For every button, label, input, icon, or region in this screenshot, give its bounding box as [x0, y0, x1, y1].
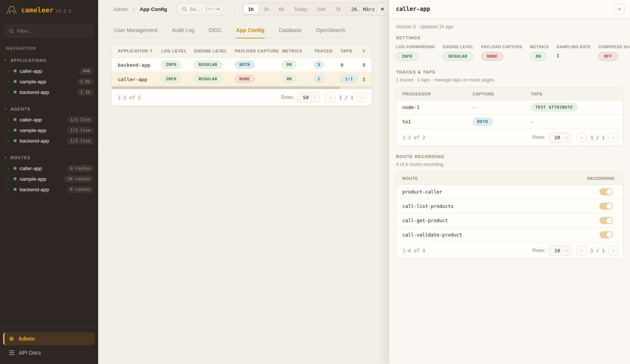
chevron-right-icon: › — [8, 117, 11, 122]
chevron-right-icon: › — [8, 79, 11, 84]
scrollbar-thumb[interactable] — [112, 86, 340, 89]
item-label: backend-app — [20, 187, 64, 192]
recording-toggle[interactable] — [599, 188, 613, 195]
sidebar-item-api-docs[interactable]: API Docs — [2, 347, 96, 359]
traces-header-row: PROCESSORCAPTURETAPS — [396, 88, 623, 100]
column-header-log-level[interactable]: LOG LEVEL — [155, 49, 188, 53]
sidebar-item-admin[interactable]: ⚙ Admin — [3, 332, 95, 345]
cell-log-level: INFO — [155, 61, 188, 69]
horizontal-scrollbar[interactable] — [112, 86, 371, 89]
column-header-taps[interactable]: TAPS — [334, 49, 356, 53]
toggle-knob-icon — [607, 232, 612, 238]
rows-per-page-select[interactable]: 50 ▾ — [297, 92, 320, 103]
section-label: APPLICATIONS — [11, 58, 46, 63]
time-range-6h[interactable]: 6h — [274, 5, 289, 14]
brand-name: cameleer — [21, 6, 54, 14]
rows-per-page-select[interactable]: 10 ▾ — [548, 132, 571, 143]
routes-row-call-validate-product: call-validate-product — [396, 228, 623, 242]
column-header-payload-capture[interactable]: PAYLOAD CAPTURE — [229, 49, 276, 53]
cell-taps: — — [525, 119, 623, 124]
traces-subtitle: 1 traced · 1 taps · manage taps on route… — [396, 77, 623, 83]
row-range-label: 1-2 of 2 — [402, 135, 425, 140]
next-page-button[interactable]: › — [608, 132, 618, 142]
sidebar-item-sample-app[interactable]: ›sample-app1/1 live — [0, 125, 98, 135]
sidebar-item-sample-app[interactable]: ›sample-app2.0k — [0, 76, 98, 87]
prev-page-button[interactable]: ‹ — [577, 132, 587, 142]
column-header-engine-level[interactable]: ENGINE LEVEL — [188, 49, 229, 53]
sidebar-item-sample-app[interactable]: ›sample-app16 routes — [0, 174, 98, 184]
tab-database[interactable]: Database — [279, 27, 302, 38]
recording-toggle[interactable] — [599, 231, 613, 238]
column-header-v[interactable]: V — [356, 49, 372, 53]
prev-page-button[interactable]: ‹ — [325, 92, 335, 102]
sidebar-item-backend-app[interactable]: ›backend-app1/1 live — [0, 135, 98, 146]
prev-page-button[interactable]: ‹ — [577, 246, 587, 255]
chevron-right-icon: › — [8, 89, 11, 95]
column-header-application[interactable]: APPLICATION⇅ — [112, 49, 155, 53]
traces-row-to1[interactable]: to1BOTH— — [396, 115, 623, 129]
tab-user-management[interactable]: User Management — [114, 27, 157, 38]
time-range-1h[interactable]: 1h — [243, 5, 258, 14]
status-dot-icon — [14, 129, 17, 132]
admin-label: Admin — [18, 336, 35, 342]
status-pill: ON — [282, 75, 296, 83]
column-header-processor: PROCESSOR — [396, 92, 467, 96]
column-header-metrics[interactable]: METRICS — [276, 49, 308, 53]
setting-label: METRICS — [530, 45, 549, 49]
rows-per-page-select[interactable]: 10 ▾ — [548, 246, 571, 256]
sidebar: cameleer v3.2.1 Filter... NAVIGATION ▾AP… — [0, 0, 98, 364]
camel-logo-icon — [6, 5, 17, 15]
sidebar-item-caller-app[interactable]: ›caller-app4 routes — [0, 163, 98, 174]
setting-log-forwarding: LOG FORWARDINGINFO — [396, 45, 435, 61]
tab-oidc[interactable]: OIDC — [208, 27, 222, 38]
status-pill: NONE — [481, 52, 504, 61]
status-pill: 1 — [314, 75, 323, 83]
sidebar-sections: ▾APPLICATIONS›caller-app446›sample-app2.… — [0, 53, 98, 198]
sidebar-item-backend-app[interactable]: ›backend-app1.3k — [0, 87, 98, 97]
cell-taps: TEST ATTRIBUTE — [525, 103, 623, 111]
sidebar-item-caller-app[interactable]: ›caller-app1/1 live — [0, 114, 98, 125]
table-row-caller-app[interactable]: caller-appINFOREGULARNONEON11/13 — [112, 72, 371, 86]
item-count-badge: 1/1 live — [67, 127, 94, 134]
time-range-24h[interactable]: 24h — [313, 5, 330, 14]
rows-per-page-value: 10 — [554, 135, 560, 140]
section-header-agents[interactable]: ▾AGENTS — [0, 104, 98, 114]
list-icon — [9, 350, 14, 355]
drawer-header: caller-app × — [389, 0, 630, 18]
section-header-routes[interactable]: ▾ROUTES — [0, 152, 98, 163]
close-button[interactable]: × — [614, 4, 625, 14]
section-header-applications[interactable]: ▾APPLICATIONS — [0, 55, 98, 66]
next-page-button[interactable]: › — [608, 246, 618, 255]
sidebar-filter-input[interactable]: Filter... — [5, 25, 93, 37]
sidebar-item-caller-app[interactable]: ›caller-app446 — [0, 66, 98, 76]
cell-engine-level: REGULAR — [188, 75, 229, 83]
time-range-7d[interactable]: 7d — [331, 5, 345, 14]
recording-toggle[interactable] — [599, 217, 613, 224]
global-search-input[interactable]: Se... Ctrl+K — [177, 3, 227, 15]
column-header-route: ROUTE — [396, 176, 581, 181]
tab-audit-log[interactable]: Audit Log — [172, 27, 194, 38]
cell-payload-capture: NONE — [229, 75, 276, 83]
drawer-body: Version 3 · Updated 1h ago SETTINGS LOG … — [389, 18, 630, 267]
status-pill: BOTH — [473, 118, 493, 126]
sidebar-item-backend-app[interactable]: ›backend-app6 routes — [0, 184, 98, 195]
breadcrumb-parent[interactable]: Admin — [113, 6, 128, 12]
time-range-3h[interactable]: 3h — [259, 5, 273, 14]
time-range-today[interactable]: Today — [290, 5, 312, 14]
item-count-badge: 1.3k — [77, 89, 94, 96]
chevron-down-icon: ▾ — [314, 95, 316, 99]
table-row-backend-app[interactable]: backend-appINFOREGULARBOTHON309 — [112, 58, 371, 72]
chevron-right-icon: › — [8, 138, 11, 143]
tab-app-config[interactable]: App Config — [236, 27, 264, 38]
rows-per-page-label: Rows: — [533, 135, 546, 140]
column-header-traced[interactable]: TRACED — [308, 49, 334, 53]
row-range-label: 1-2 of 2 — [118, 95, 140, 100]
close-icon: × — [618, 6, 621, 12]
tab-opensearch[interactable]: OpenSearch — [316, 27, 346, 38]
chevron-right-icon: › — [8, 127, 11, 133]
cell-processor: to1 — [396, 119, 467, 124]
cell-route: call-list-products — [396, 203, 581, 209]
traces-row-node-1[interactable]: node-1—TEST ATTRIBUTE — [396, 100, 623, 115]
recording-toggle[interactable] — [599, 203, 613, 210]
next-page-button[interactable]: › — [357, 92, 367, 102]
